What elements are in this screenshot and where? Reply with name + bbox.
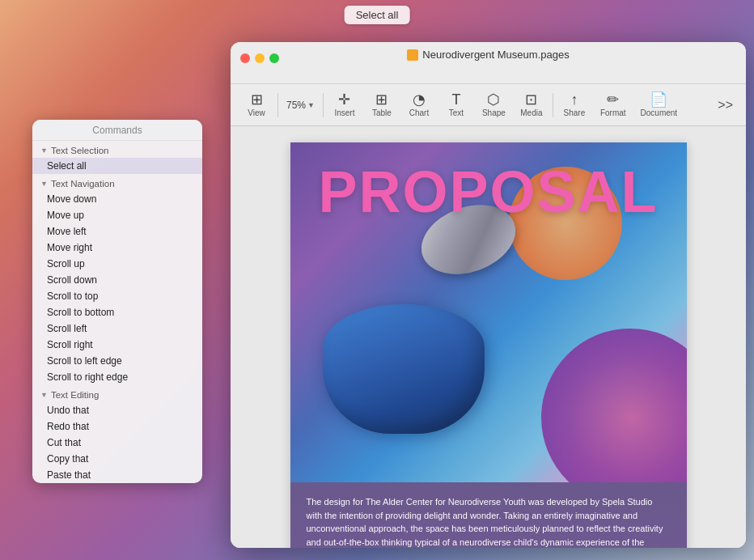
document-button[interactable]: 📄 Document: [634, 89, 684, 121]
hero-background: PROPOSAL: [290, 142, 687, 482]
insert-button[interactable]: ✛ Insert: [327, 89, 362, 121]
command-scroll-to-top[interactable]: Scroll to top: [32, 288, 202, 304]
command-move-right[interactable]: Move right: [32, 240, 202, 256]
zoom-value: 75%: [286, 100, 306, 111]
command-scroll-right[interactable]: Scroll right: [32, 337, 202, 353]
view-button[interactable]: ⊞ View: [239, 89, 274, 121]
text-button[interactable]: T Text: [438, 89, 474, 121]
app-window: Neurodivergent Museum.pages ⊞ View 75% ▼…: [231, 42, 746, 548]
maximize-button[interactable]: [269, 53, 279, 63]
toolbar: ⊞ View 75% ▼ ✛ Insert ⊞ Table ◔ Chart T …: [231, 84, 746, 126]
commands-panel-title: Commands: [32, 120, 202, 141]
table-label: Table: [372, 108, 392, 117]
zoom-control[interactable]: 75% ▼: [282, 97, 320, 113]
hero-area: PROPOSAL: [290, 142, 687, 482]
shape-label: Shape: [482, 108, 506, 117]
command-scroll-down[interactable]: Scroll down: [32, 272, 202, 288]
document-icon: 📄: [650, 92, 667, 107]
chevron-icon: ▼: [40, 146, 48, 155]
text-icon: T: [451, 92, 460, 107]
section-label-3: Text Editing: [51, 390, 99, 400]
share-label: Share: [564, 108, 586, 117]
commands-panel: Commands ▼ Text Selection Select all ▼ T…: [32, 120, 202, 483]
format-label: Format: [600, 108, 626, 117]
proposal-title: PROPOSAL: [290, 159, 687, 225]
command-undo[interactable]: Undo that: [32, 402, 202, 418]
section-text-navigation: ▼ Text Navigation: [32, 174, 202, 191]
title-bar: Neurodivergent Museum.pages: [231, 42, 746, 84]
section-label-2: Text Navigation: [51, 179, 115, 189]
separator-1: [277, 93, 278, 117]
zoom-chevron-icon: ▼: [307, 101, 315, 109]
command-redo[interactable]: Redo that: [32, 418, 202, 435]
table-icon: ⊞: [375, 92, 388, 107]
select-all-button[interactable]: Select all: [345, 6, 410, 24]
title-text: Neurodivergent Museum.pages: [422, 49, 569, 61]
media-button[interactable]: ⊡ Media: [514, 89, 549, 121]
view-label: View: [248, 108, 265, 117]
content-area: PROPOSAL The design for The Alder Center…: [231, 126, 746, 548]
separator-3: [553, 93, 553, 117]
command-select-all[interactable]: Select all: [32, 158, 202, 174]
traffic-lights: [240, 53, 279, 63]
document-label: Document: [641, 108, 678, 117]
command-cut[interactable]: Cut that: [32, 435, 202, 451]
view-icon: ⊞: [251, 92, 263, 107]
chart-button[interactable]: ◔ Chart: [401, 89, 437, 121]
window-title: Neurodivergent Museum.pages: [407, 49, 569, 61]
format-button[interactable]: ✏ Format: [594, 89, 633, 121]
share-button[interactable]: ↑ Share: [557, 89, 592, 121]
media-icon: ⊡: [525, 92, 537, 107]
text-label: Text: [449, 108, 464, 117]
command-paste[interactable]: Paste that: [32, 467, 202, 483]
section-text-selection: ▼ Text Selection: [32, 141, 202, 158]
command-scroll-to-bottom[interactable]: Scroll to bottom: [32, 304, 202, 320]
command-copy[interactable]: Copy that: [32, 451, 202, 467]
section-text-editing: ▼ Text Editing: [32, 385, 202, 402]
insert-icon: ✛: [338, 92, 350, 107]
shape-icon: ⬡: [487, 92, 500, 107]
hero-blue-object: [323, 304, 485, 434]
command-scroll-left-edge[interactable]: Scroll to left edge: [32, 353, 202, 369]
command-move-up[interactable]: Move up: [32, 207, 202, 223]
format-icon: ✏: [607, 92, 619, 107]
document-page: PROPOSAL The design for The Alder Center…: [290, 142, 687, 548]
pages-icon: [407, 49, 418, 61]
chevron-icon-2: ▼: [40, 180, 48, 188]
toolbar-more-button[interactable]: >>: [713, 95, 738, 116]
shape-button[interactable]: ⬡ Shape: [476, 89, 512, 121]
command-scroll-right-edge[interactable]: Scroll to right edge: [32, 369, 202, 385]
share-icon: ↑: [570, 92, 578, 107]
command-scroll-left[interactable]: Scroll left: [32, 320, 202, 337]
chevron-icon-3: ▼: [40, 391, 48, 399]
body-text-content: The design for The Alder Center for Neur…: [307, 497, 669, 548]
media-label: Media: [520, 108, 542, 117]
close-button[interactable]: [240, 53, 250, 63]
chart-label: Chart: [409, 108, 429, 117]
command-move-down[interactable]: Move down: [32, 191, 202, 207]
table-button[interactable]: ⊞ Table: [364, 89, 400, 121]
command-move-left[interactable]: Move left: [32, 223, 202, 240]
chart-icon: ◔: [413, 92, 426, 107]
body-text-area: The design for The Alder Center for Neur…: [290, 482, 687, 548]
section-label: Text Selection: [51, 146, 109, 155]
command-scroll-up[interactable]: Scroll up: [32, 256, 202, 272]
insert-label: Insert: [334, 108, 354, 117]
minimize-button[interactable]: [255, 53, 265, 63]
separator-2: [323, 93, 324, 117]
hero-purple-circle: [541, 329, 687, 482]
